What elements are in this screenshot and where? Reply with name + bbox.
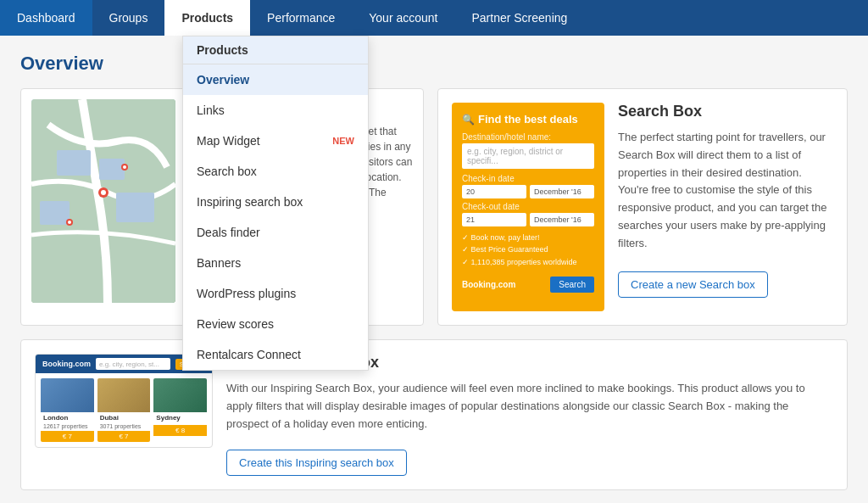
search-box-card: 🔍 Find the best deals Destination/hotel … — [437, 88, 848, 326]
svg-rect-4 — [116, 193, 154, 222]
new-badge: NEW — [332, 136, 354, 146]
city-price-sydney: € 8 — [153, 425, 207, 436]
dropdown-item-inspiring-search-box[interactable]: Inspiring search box — [183, 187, 368, 217]
svg-rect-5 — [40, 201, 70, 225]
sw-checkin-day: 20 — [462, 185, 526, 198]
sw-search-button[interactable]: Search — [550, 277, 594, 293]
city-price-london: € 7 — [41, 431, 94, 442]
search-box-title: Search Box — [618, 103, 833, 120]
inspiring-section: Booking.com e.g. city, region, st... Sea… — [20, 339, 848, 490]
sw-checkout-day: 21 — [462, 213, 526, 226]
city-price-dubai: € 7 — [97, 431, 151, 442]
cards-row: M A powerful and highly customisable wid… — [20, 88, 848, 326]
dropdown-item-deals-finder[interactable]: Deals finder — [183, 217, 368, 248]
inspiring-logo: Booking.com — [42, 360, 91, 368]
dropdown-item-overview[interactable]: Overview — [183, 64, 368, 95]
inspiring-cities: London 12617 properties € 7 Dubai 3071 p… — [36, 373, 212, 447]
sw-checkout-month: December '16 — [530, 213, 594, 226]
sw-checkout-row: 21 December '16 — [462, 213, 594, 226]
city-count-dubai: 3071 properties — [97, 423, 151, 431]
city-card-dubai: Dubai 3071 properties € 7 — [97, 378, 151, 442]
sw-destination-input[interactable]: e.g. city, region, district or specifi..… — [462, 143, 594, 169]
sw-checkin-row: 20 December '16 — [462, 185, 594, 198]
create-search-box-button[interactable]: Create a new Search box — [618, 271, 768, 298]
sw-booking-logo: Booking.com — [462, 280, 515, 289]
dropdown-item-rentalcars-connect[interactable]: Rentalcars Connect — [183, 339, 368, 370]
city-name-dubai: Dubai — [97, 412, 151, 423]
city-name-london: London — [41, 412, 94, 423]
search-widget-preview: 🔍 Find the best deals Destination/hotel … — [452, 103, 604, 311]
inspiring-description: With our Inspiring Search Box, your audi… — [226, 380, 833, 433]
search-box-description: The perfect starting point for traveller… — [618, 129, 833, 253]
nav-your-account[interactable]: Your account — [352, 0, 454, 36]
products-dropdown: Products Overview Links Map Widget NEW S… — [182, 36, 369, 371]
dropdown-header: Products — [183, 36, 368, 64]
search-box-info: Search Box The perfect starting point fo… — [618, 103, 833, 311]
sw-checkin-label: Check-in date — [462, 174, 594, 183]
sw-checkin-month: December '16 — [530, 185, 594, 198]
sw-title: 🔍 Find the best deals — [462, 113, 594, 126]
map-preview-image — [31, 99, 175, 303]
nav-groups[interactable]: Groups — [92, 0, 165, 36]
svg-rect-2 — [57, 150, 91, 176]
inspiring-info: Inspiring Search Box With our Inspiring … — [226, 354, 833, 476]
svg-rect-3 — [99, 159, 125, 180]
dropdown-item-banners[interactable]: Banners — [183, 248, 368, 278]
sw-destination-label: Destination/hotel name: — [462, 132, 594, 142]
nav-partner-screening[interactable]: Partner Screening — [454, 0, 584, 36]
svg-point-9 — [123, 165, 126, 169]
nav-products[interactable]: Products — [164, 0, 250, 36]
city-card-london: London 12617 properties € 7 — [41, 378, 94, 442]
page-title: Overview — [20, 53, 848, 75]
city-count-london: 12617 properties — [41, 423, 94, 431]
create-inspiring-search-box-button[interactable]: Create this Inspiring search box — [226, 450, 407, 476]
dropdown-item-links[interactable]: Links — [183, 95, 368, 126]
city-name-sydney: Sydney — [153, 412, 207, 423]
sw-checkout-label: Check-out date — [462, 202, 594, 211]
main-content: Overview — [0, 36, 868, 503]
dropdown-item-review-scores[interactable]: Review scores — [183, 309, 368, 339]
city-card-sydney: Sydney € 8 — [153, 378, 207, 442]
nav-performance[interactable]: Performance — [250, 0, 352, 36]
top-navigation: Dashboard Groups Products Performance Yo… — [0, 0, 868, 36]
svg-point-11 — [68, 221, 71, 224]
dropdown-item-search-box[interactable]: Search box — [183, 156, 368, 187]
dropdown-item-map-widget[interactable]: Map Widget NEW — [183, 126, 368, 156]
sw-checks: ✓ Book now, pay later! ✓ Best Price Guar… — [462, 232, 594, 268]
inspiring-search-input[interactable]: e.g. city, region, st... — [96, 358, 170, 370]
svg-point-7 — [101, 190, 106, 195]
dropdown-item-wordpress-plugins[interactable]: WordPress plugins — [183, 278, 368, 309]
nav-dashboard[interactable]: Dashboard — [0, 0, 92, 36]
